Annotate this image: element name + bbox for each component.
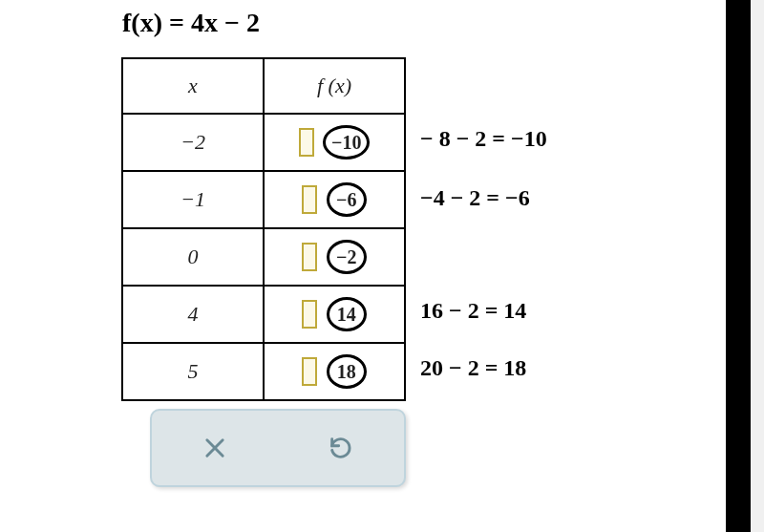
close-button[interactable] [191, 424, 239, 472]
action-toolbar [150, 409, 406, 487]
calculation-note: −4 − 2 = −6 [420, 185, 530, 211]
circled-answer: 14 [327, 297, 367, 331]
x-cell: −1 [122, 171, 264, 228]
header-fx: f (x) [264, 58, 405, 114]
answer-input[interactable] [302, 243, 317, 271]
answer-input[interactable] [302, 300, 317, 329]
table-row: 4 14 [122, 286, 405, 343]
answer-input[interactable] [299, 128, 314, 157]
function-formula: f(x) = 4x − 2 [122, 8, 260, 38]
worksheet-page: f(x) = 4x − 2 x f (x) −2 −10 −1 −6 0 −2 [0, 0, 726, 532]
answer-input[interactable] [302, 357, 317, 386]
close-icon [202, 435, 228, 461]
x-cell: 5 [122, 343, 264, 400]
fx-cell: −6 [264, 171, 405, 228]
answer-input[interactable] [302, 185, 317, 214]
calculation-note: 16 − 2 = 14 [420, 298, 526, 324]
function-table: x f (x) −2 −10 −1 −6 0 −2 4 [121, 57, 406, 401]
table-row: −2 −10 [122, 114, 405, 171]
x-cell: 4 [122, 286, 264, 343]
calculation-note: 20 − 2 = 18 [420, 355, 526, 381]
undo-icon [328, 435, 354, 461]
fx-cell: −10 [264, 114, 405, 171]
x-cell: 0 [122, 228, 264, 286]
header-x: x [122, 58, 264, 114]
circled-answer: −6 [327, 182, 367, 217]
table-row: −1 −6 [122, 171, 405, 228]
fx-cell: −2 [264, 228, 405, 286]
calculation-note: − 8 − 2 = −10 [420, 126, 547, 152]
fx-cell: 14 [264, 286, 405, 343]
table-row: 5 18 [122, 343, 405, 400]
undo-button[interactable] [317, 424, 365, 472]
fx-cell: 18 [264, 343, 405, 400]
circled-answer: 18 [327, 354, 367, 389]
circled-answer: −10 [323, 125, 370, 160]
table-row: 0 −2 [122, 228, 405, 286]
right-margin-strip [751, 0, 764, 532]
x-cell: −2 [122, 114, 264, 171]
circled-answer: −2 [327, 240, 367, 274]
